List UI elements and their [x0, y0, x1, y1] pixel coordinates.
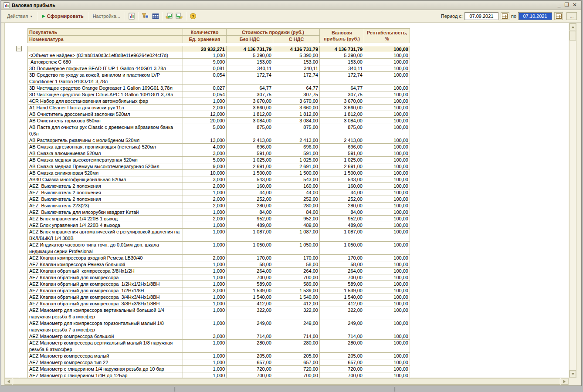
cell-margin[interactable]: 100,00 [364, 287, 410, 294]
table-row[interactable]: AEZ Клапан обратный компрессора 3/8Нх1/2… [27, 268, 410, 274]
table-row[interactable]: AEZ Манометр для компрессора горизонталь… [27, 320, 410, 333]
cell-margin[interactable]: 100,00 [364, 85, 410, 91]
cell-profit[interactable]: 264,00 [320, 268, 364, 274]
table-row[interactable]: 3D Чистящее средство Orange Degreaser 1 … [27, 85, 410, 91]
table-row[interactable]: AEZ Клапан компрессора входной Ремеза LB… [27, 255, 410, 261]
cell-quantity[interactable]: 1,000 [183, 274, 227, 281]
cell-margin[interactable]: 100,00 [364, 72, 410, 85]
cell-profit[interactable]: 1 087,00 [320, 229, 364, 242]
table-row[interactable]: AEZ Манометр компрессора тип 22 1,000 65… [27, 359, 410, 366]
cell-margin[interactable]: 100,00 [364, 91, 410, 98]
group-collapse-button[interactable]: − [16, 46, 22, 51]
cell-quantity[interactable]: 1,000 [183, 320, 227, 333]
cell-margin[interactable]: 100,00 [364, 359, 410, 366]
cell-with-vat[interactable]: 3 084,00 [273, 118, 320, 124]
close-button[interactable]: ✕ [571, 2, 579, 9]
cell-profit[interactable]: 58,00 [320, 261, 364, 268]
cell-margin[interactable]: 100,00 [364, 340, 410, 353]
table-row[interactable]: Автокрепеж С 680 9,000 153,00 153,00 153… [27, 59, 410, 65]
cell-with-vat[interactable]: 489,00 [273, 222, 320, 229]
cell-quantity[interactable]: 1,000 [183, 359, 227, 366]
cell-no-vat[interactable]: 1 050,00 [227, 242, 273, 255]
cell-no-vat[interactable]: 160,00 [227, 183, 273, 189]
cell-with-vat[interactable]: 264,00 [273, 268, 320, 274]
cell-quantity[interactable]: 1,000 [183, 301, 227, 307]
table-row[interactable]: AEZ Манометр компрессора большой 3,000 7… [27, 333, 410, 340]
table-row[interactable]: АВ Смазка адгезионная, проникающая (пете… [27, 144, 410, 150]
cell-profit[interactable]: 412,00 [320, 301, 364, 307]
cell-margin[interactable]: 100,00 [364, 65, 410, 72]
period-from-input[interactable]: 07.09.2021 [464, 12, 498, 20]
table-row[interactable]: AEZ Клапан компрессора Ремеза большой 1,… [27, 261, 410, 268]
cell-quantity[interactable]: 1,000 [183, 98, 227, 105]
cell-profit[interactable]: 952,00 [320, 216, 364, 222]
save-values-button[interactable] [174, 11, 185, 21]
cell-profit[interactable]: 589,00 [320, 281, 364, 287]
generate-button[interactable]: ▶ Сформировать [39, 12, 87, 20]
cell-with-vat[interactable]: 249,00 [273, 320, 320, 333]
cell-nomenclature[interactable]: АВ Очиститель тормозов 650мл [27, 118, 183, 124]
cell-profit[interactable]: 4 136 731,79 [320, 46, 364, 52]
cell-nomenclature[interactable]: AEZ Блок управления 1/4 220В 4 выхода [27, 222, 183, 229]
table-row[interactable]: AEZ Манометр для компрессора вертикальны… [27, 307, 410, 320]
table-row[interactable]: AEZ Выключатель для мясорубки квадрат Ки… [27, 209, 410, 216]
cell-no-vat[interactable]: 412,00 [227, 301, 273, 307]
cell-nomenclature[interactable]: AEZ Манометр для компрессора вертикальны… [27, 307, 183, 320]
cell-profit[interactable]: 3 084,00 [320, 118, 364, 124]
cell-with-vat[interactable]: 205,00 [273, 353, 320, 359]
cell-nomenclature[interactable]: АВ Смазка силиконовая 520мл [27, 170, 183, 176]
cell-nomenclature[interactable]: AEZ Клапан обратный для компрессора 1/2Н… [27, 287, 183, 294]
cell-margin[interactable]: 100,00 [364, 268, 410, 274]
table-row[interactable]: AEZ Выключатель 2 положения 2,000 252,00… [27, 196, 410, 203]
cell-with-vat[interactable]: 1 500,00 [273, 170, 320, 176]
cell-margin[interactable]: 100,00 [364, 255, 410, 261]
cell-margin[interactable]: 100,00 [364, 301, 410, 307]
cell-profit[interactable]: 696,00 [320, 144, 364, 150]
cell-nomenclature[interactable]: АВ Смазка медная Премиум высокотемперату… [27, 163, 183, 170]
cell-no-vat[interactable]: 264,00 [227, 268, 273, 274]
cell-margin[interactable]: 100,00 [364, 170, 410, 176]
cell-no-vat[interactable]: 1 539,00 [227, 287, 273, 294]
table-row[interactable]: AEZ Блок управления 1/4 220В 1 выход 2,0… [27, 216, 410, 222]
cell-quantity[interactable]: 13,000 [183, 137, 227, 144]
cell-quantity[interactable]: 1,000 [183, 281, 227, 287]
cell-quantity[interactable]: 1,000 [183, 353, 227, 359]
cell-quantity[interactable]: 1,000 [183, 307, 227, 320]
cell-no-vat[interactable]: 64,77 [227, 85, 273, 91]
cell-nomenclature[interactable]: AEZ Клапан обратный для компрессора [27, 274, 183, 281]
cell-no-vat[interactable]: 700,00 [227, 372, 273, 378]
cell-profit[interactable]: 1 050,00 [320, 242, 364, 255]
cell-quantity[interactable]: 0,054 [183, 72, 227, 85]
minimize-button[interactable]: _ [555, 2, 563, 9]
cell-no-vat[interactable]: 1 812,00 [227, 111, 273, 118]
cell-margin[interactable]: 100,00 [364, 372, 410, 378]
cell-margin[interactable]: 100,00 [364, 196, 410, 203]
cell-profit[interactable]: 1 025,00 [320, 157, 364, 163]
help-button[interactable]: ? [188, 11, 198, 21]
table-row[interactable]: AEZ Клапан обратный для компрессора 3/8Н… [27, 301, 410, 307]
cell-with-vat[interactable]: 1 087,00 [273, 229, 320, 242]
cell-margin[interactable]: 100,00 [364, 105, 410, 111]
cell-no-vat[interactable]: 3 660,00 [227, 105, 273, 111]
cell-margin[interactable]: 100,00 [364, 209, 410, 216]
cell-no-vat[interactable]: 5 390,00 [227, 52, 273, 59]
cell-nomenclature[interactable]: AEZ Клапан обратный для компрессора 3/4Н… [27, 294, 183, 301]
cell-margin[interactable]: 100,00 [364, 98, 410, 105]
table-row[interactable]: АВ Смазка медная высокотемпературная 520… [27, 157, 410, 163]
cell-nomenclature[interactable]: 3D Чистящее средство Orange Degreaser 1 … [27, 85, 183, 91]
cell-profit[interactable]: 84,00 [320, 209, 364, 216]
cell-with-vat[interactable]: 160,00 [273, 183, 320, 189]
cell-with-vat[interactable]: 2 691,00 [273, 163, 320, 170]
settings-button[interactable]: Настройка... [90, 12, 123, 20]
cell-nomenclature[interactable]: AEZ Манометр с глицерином 1/4 наружная р… [27, 366, 183, 372]
cell-quantity[interactable]: 1,000 [183, 366, 227, 372]
cell-with-vat[interactable]: 5 390,00 [273, 52, 320, 59]
cell-nomenclature[interactable]: AEZ Клапан компрессора входной Ремеза LB… [27, 255, 183, 261]
cell-nomenclature[interactable]: <Объект не найден> (83:ab81a0d3c1ef8d8e1… [27, 52, 183, 59]
cell-quantity[interactable]: 2,000 [183, 203, 227, 209]
cell-quantity[interactable]: 9,000 [183, 59, 227, 65]
cell-with-vat[interactable]: 280,00 [273, 203, 320, 209]
table-row[interactable]: AEZ Блок управления 1/4 220В 4 выхода 1,… [27, 222, 410, 229]
cell-profit[interactable]: 714,00 [320, 333, 364, 340]
cell-margin[interactable]: 100,00 [364, 281, 410, 287]
